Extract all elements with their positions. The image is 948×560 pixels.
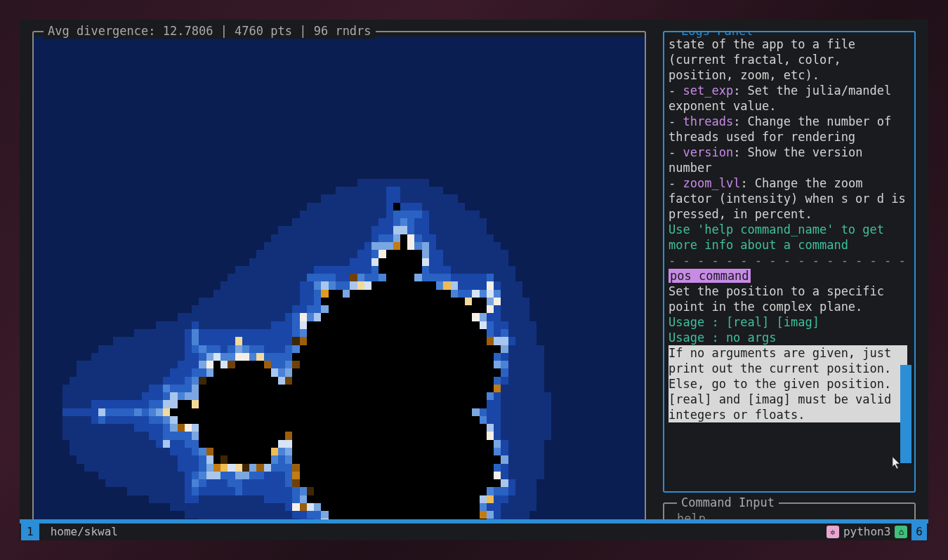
right-column: Logs Panel state of the app to a file (c… bbox=[663, 31, 916, 536]
main-area: Avg divergence: 12.7806 | 4760 pts | 96 … bbox=[20, 20, 928, 540]
logs-panel: Logs Panel state of the app to a file (c… bbox=[663, 31, 916, 493]
workspace-badge[interactable]: 1 bbox=[21, 524, 39, 540]
statusbar-number: 6 bbox=[911, 524, 927, 540]
command-input-title: Command Input bbox=[677, 495, 779, 510]
statusbar-path: home/skwal bbox=[48, 524, 121, 540]
fractal-stats-header: Avg divergence: 12.7806 | 4760 pts | 96 … bbox=[44, 23, 376, 39]
accessibility-icon: ✲ bbox=[827, 526, 839, 538]
terminal-window: Avg divergence: 12.7806 | 4760 pts | 96 … bbox=[20, 20, 928, 540]
terminal-icon: ⌂ bbox=[895, 526, 907, 538]
logs-body[interactable]: state of the app to a file (current frac… bbox=[669, 36, 907, 487]
statusbar-process: python3 bbox=[843, 524, 890, 540]
fractal-canvas[interactable] bbox=[34, 36, 645, 535]
statusbar-right: ✲ python3 ⌂ 6 bbox=[827, 524, 928, 540]
logs-panel-title: Logs Panel bbox=[677, 31, 757, 39]
tmux-statusbar: 1 home/skwal ✲ python3 ⌂ 6 bbox=[20, 519, 928, 540]
fractal-panel: Avg divergence: 12.7806 | 4760 pts | 96 … bbox=[32, 31, 646, 536]
fractal-column: Avg divergence: 12.7806 | 4760 pts | 96 … bbox=[32, 31, 646, 536]
logs-scrollbar[interactable] bbox=[900, 365, 911, 463]
statusbar-left: 1 home/skwal bbox=[20, 524, 121, 540]
